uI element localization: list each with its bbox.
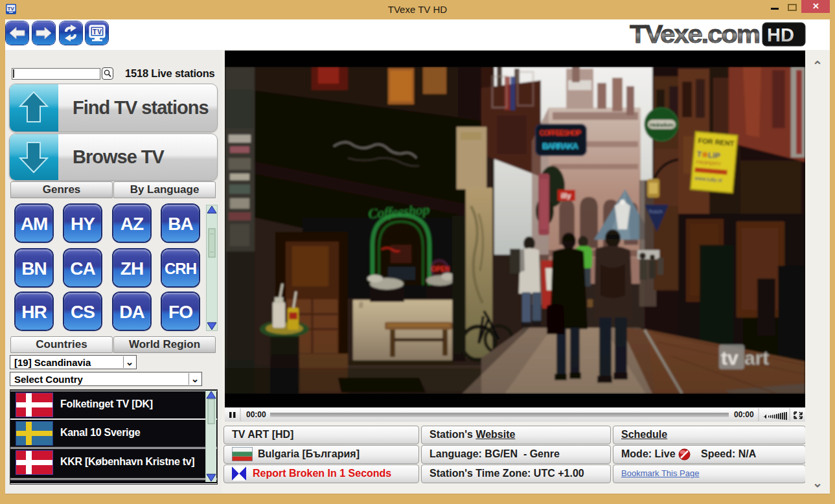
svg-text:illy: illy <box>561 192 571 200</box>
svg-text:00:00: 00:00 <box>734 410 754 419</box>
svg-text:COFFEESHOP: COFFEESHOP <box>540 129 581 137</box>
svg-text:TV: TV <box>8 6 15 12</box>
svg-text:tv: tv <box>721 347 738 369</box>
svg-text:BARRAKA: BARRAKA <box>542 141 579 151</box>
svg-text:TVexe.com: TVexe.com <box>630 21 759 47</box>
svg-text:HD: HD <box>767 25 794 45</box>
svg-text:art: art <box>744 347 769 369</box>
svg-text:00:00: 00:00 <box>246 410 266 419</box>
svg-text:Heineken: Heineken <box>650 122 674 128</box>
svg-text:TV: TV <box>93 29 102 36</box>
svg-text:Tusch: Tusch <box>648 209 663 214</box>
svg-text:8: 8 <box>359 301 363 310</box>
